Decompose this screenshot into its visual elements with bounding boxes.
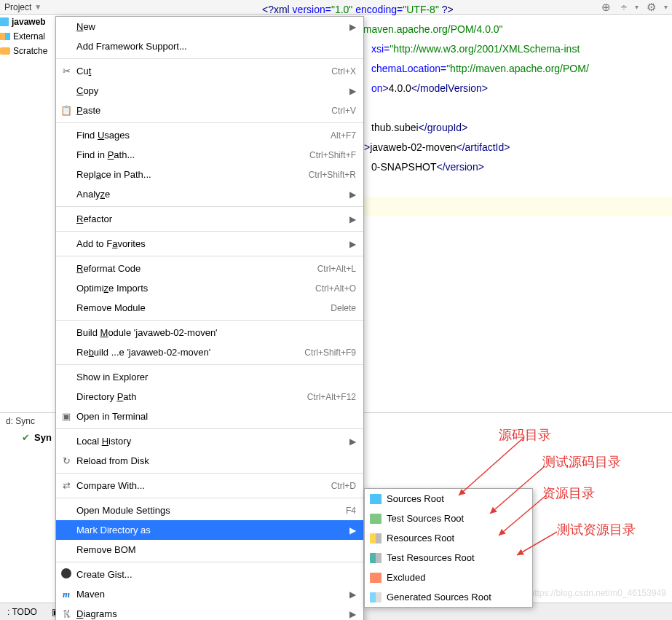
menu-maven[interactable]: mMaven▶ [56, 584, 363, 604]
submenu-resources-root[interactable]: Resources Root [365, 528, 532, 548]
terminal-icon: ▣ [60, 411, 72, 422]
folder-gold-icon [370, 533, 382, 544]
menu-mark-directory-as[interactable]: Mark Directory as▶ [56, 520, 363, 540]
menu-compare[interactable]: ⇄Compare With...Ctrl+D [56, 476, 363, 495]
menu-local-history[interactable]: Local History▶ [56, 431, 363, 451]
project-tree: javaweb External Scratche [0, 15, 60, 58]
annotation-test-resources: 测试资源目录 [557, 521, 636, 538]
paste-icon: 📋 [60, 105, 72, 116]
sync-status: ✔Syn [22, 432, 52, 443]
reload-icon: ↻ [60, 455, 72, 466]
menu-directory-path[interactable]: Directory PathCtrl+Alt+F12 [56, 387, 363, 407]
menu-refactor[interactable]: Refactor▶ [56, 209, 363, 229]
github-icon [60, 568, 72, 581]
menu-create-gist[interactable]: Create Gist... [56, 565, 363, 584]
menu-show-explorer[interactable]: Show in Explorer [56, 367, 363, 387]
folder-green-icon [370, 514, 382, 524]
annotation-test-sources: 测试源码目录 [542, 453, 621, 471]
folder-orange-icon [370, 573, 382, 583]
project-label[interactable]: Project [4, 2, 31, 12]
chevron-right-icon: ▶ [349, 239, 356, 249]
folder-blue-icon [370, 494, 382, 504]
annotation-sources: 源码目录 [499, 426, 551, 444]
svg-line-0 [459, 437, 524, 495]
menu-remove-module[interactable]: Remove ModuleDelete [56, 298, 363, 318]
menu-replace-in-path[interactable]: Replace in Path...Ctrl+Shift+R [56, 165, 363, 184]
cut-icon: ✂ [60, 66, 72, 76]
context-menu: New▶ Add Framework Support... ✂CutCtrl+X… [55, 16, 364, 620]
diagram-icon: ⛕ [60, 608, 72, 619]
menu-find-in-path[interactable]: Find in Path...Ctrl+Shift+F [56, 145, 363, 165]
menu-add-favorites[interactable]: Add to Favorites▶ [56, 234, 363, 254]
external-icon [0, 33, 10, 40]
chevron-right-icon: ▶ [349, 214, 356, 224]
submenu-sources-root[interactable]: Sources Root [365, 489, 532, 509]
tree-item-external[interactable]: External [0, 29, 60, 44]
submenu-generated-sources-root[interactable]: Generated Sources Root [365, 587, 532, 607]
submenu-test-sources-root[interactable]: Test Sources Root [365, 509, 532, 528]
menu-open-terminal[interactable]: ▣Open in Terminal [56, 407, 363, 426]
submenu-test-resources-root[interactable]: Test Resources Root [365, 548, 532, 568]
annotation-resources: 资源目录 [542, 484, 595, 502]
menu-optimize[interactable]: Optimize ImportsCtrl+Alt+O [56, 278, 363, 298]
menu-diagrams[interactable]: ⛕Diagrams▶ [56, 604, 363, 620]
menu-find-usages[interactable]: Find UsagesAlt+F7 [56, 125, 363, 145]
submenu-excluded[interactable]: Excluded [365, 568, 532, 587]
menu-new[interactable]: New▶ [56, 17, 363, 36]
todo-tab[interactable]: : TODO [0, 607, 44, 617]
folder-teal-icon [370, 553, 382, 563]
chevron-right-icon: ▶ [349, 22, 356, 32]
tree-item-project[interactable]: javaweb [0, 15, 60, 29]
check-icon: ✔ [22, 432, 30, 443]
menu-build-module[interactable]: Build Module 'javaweb-02-moven' [56, 323, 363, 342]
compare-icon: ⇄ [60, 480, 72, 491]
mark-directory-submenu: Sources Root Test Sources Root Resources… [364, 488, 533, 608]
chevron-right-icon: ▶ [349, 86, 356, 96]
maven-icon: m [60, 589, 72, 600]
menu-reformat[interactable]: Reformat CodeCtrl+Alt+L [56, 259, 363, 278]
menu-paste[interactable]: 📋PasteCtrl+V [56, 101, 363, 120]
menu-open-module-settings[interactable]: Open Module SettingsF4 [56, 501, 363, 520]
sync-label: d: Sync [6, 416, 35, 426]
dropdown-icon[interactable]: ▼ [34, 3, 41, 11]
menu-analyze[interactable]: Analyze▶ [56, 184, 363, 204]
menu-remove-bom[interactable]: Remove BOM [56, 540, 363, 560]
chevron-right-icon: ▶ [349, 189, 356, 200]
menu-cut[interactable]: ✂CutCtrl+X [56, 61, 363, 81]
tree-item-scratches[interactable]: Scratche [0, 44, 60, 58]
folder-lightblue-icon [370, 592, 382, 603]
menu-add-framework[interactable]: Add Framework Support... [56, 36, 363, 56]
chevron-right-icon: ▶ [349, 609, 356, 619]
menu-copy[interactable]: Copy▶ [56, 81, 363, 101]
watermark: https://blog.csdn.net/m0_46153949 [530, 588, 666, 598]
menu-rebuild[interactable]: Rebuild ...e 'javaweb-02-moven'Ctrl+Shif… [56, 342, 363, 362]
scratch-icon [0, 47, 10, 55]
chevron-right-icon: ▶ [349, 525, 356, 535]
chevron-right-icon: ▶ [349, 436, 356, 447]
chevron-right-icon: ▶ [349, 589, 356, 600]
menu-reload-disk[interactable]: ↻Reload from Disk [56, 451, 363, 471]
